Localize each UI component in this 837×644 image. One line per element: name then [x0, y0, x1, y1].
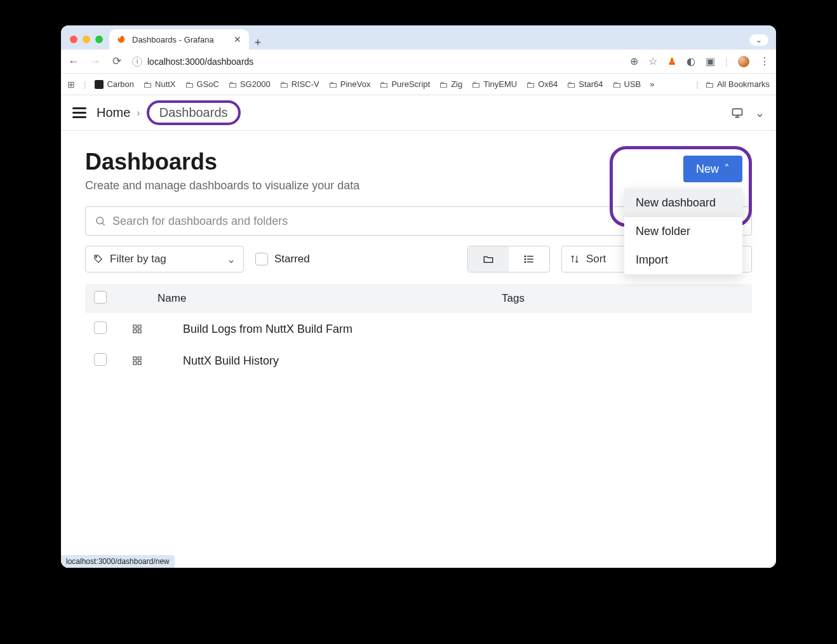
grafana-topbar: Home › Dashboards ⌄	[61, 95, 776, 131]
bookmark-tinyemu[interactable]: 🗀TinyEMU	[471, 79, 517, 90]
table-row[interactable]: Build Logs from NuttX Build Farm	[85, 313, 752, 345]
menu-new-folder[interactable]: New folder	[624, 217, 742, 246]
close-window-icon[interactable]	[70, 36, 77, 43]
url-text: localhost:3000/dashboards	[147, 57, 253, 67]
new-dropdown-menu: New dashboard New folder Import	[624, 189, 742, 217]
refresh-ext-icon[interactable]: ◐	[686, 55, 695, 67]
table-row[interactable]: NuttX Build History	[85, 345, 752, 377]
dashboard-name: NuttX Build History	[183, 354, 279, 368]
page-content: Home › Dashboards ⌄ Dashboards Create an…	[61, 95, 776, 568]
sort-label: Sort	[586, 253, 606, 265]
search-placeholder: Search for dashboards and folders	[112, 215, 288, 228]
bookmark-nuttx[interactable]: 🗀NuttX	[143, 79, 176, 90]
maximize-window-icon[interactable]	[95, 36, 103, 43]
svg-rect-12	[133, 325, 137, 328]
sort-icon	[570, 254, 580, 264]
chevron-right-icon: ›	[137, 107, 140, 119]
status-bar: localhost:3000/dashboard/new	[61, 555, 175, 568]
tab-title: Dashboards - Grafana	[132, 35, 214, 44]
apps-icon[interactable]: ⊞	[67, 79, 75, 90]
browser-tab[interactable]: Dashboards - Grafana ✕	[109, 29, 249, 50]
svg-rect-13	[138, 325, 141, 328]
reload-icon[interactable]: ⟳	[110, 55, 123, 68]
menu-hamburger-icon[interactable]	[72, 107, 86, 118]
folder-view-button[interactable]	[468, 246, 509, 272]
kiosk-icon[interactable]	[731, 107, 744, 119]
svg-rect-19	[138, 361, 141, 365]
extension-icon[interactable]: ♟	[667, 55, 676, 67]
bookmark-sg2000[interactable]: 🗀SG2000	[228, 79, 271, 90]
back-icon[interactable]: ←	[67, 55, 80, 68]
breadcrumb-current[interactable]: Dashboards	[147, 100, 241, 125]
table-header: Name Tags	[85, 284, 752, 313]
svg-rect-18	[133, 361, 137, 365]
svg-point-11	[525, 262, 526, 263]
svg-rect-0	[733, 109, 742, 115]
profile-avatar-icon[interactable]	[738, 56, 749, 67]
all-bookmarks[interactable]: 🗀All Bookmarks	[705, 79, 770, 90]
bookmark-star64[interactable]: 🗀Star64	[566, 79, 603, 90]
dashboard-icon	[132, 324, 142, 334]
list-view-button[interactable]	[509, 246, 549, 272]
select-all-checkbox[interactable]	[94, 291, 107, 304]
breadcrumb: Home › Dashboards	[97, 100, 241, 125]
svg-point-10	[525, 258, 526, 260]
new-button-label: New	[696, 163, 719, 176]
menu-import[interactable]: Import	[624, 246, 742, 274]
browser-window: Dashboards - Grafana ✕ + ⌄ ← → ⟳ i local…	[61, 25, 776, 568]
bookmarks-overflow[interactable]: »	[650, 79, 654, 89]
svg-line-4	[102, 223, 105, 225]
bookmark-pinevox[interactable]: 🗀PineVox	[328, 79, 371, 90]
tag-icon	[93, 254, 104, 264]
view-toggle	[467, 246, 550, 272]
minimize-window-icon[interactable]	[83, 36, 90, 43]
bookmark-gsoc[interactable]: 🗀GSoC	[185, 79, 219, 90]
url-input[interactable]: i localhost:3000/dashboards	[132, 57, 616, 67]
bookmark-carbon[interactable]: Carbon	[95, 79, 134, 89]
new-button-highlight: New ˄ New dashboard New folder Import	[610, 146, 752, 227]
menu-dots-icon[interactable]: ⋮	[760, 55, 770, 67]
dashboard-icon	[132, 356, 142, 366]
zoom-icon[interactable]: ⊕	[630, 55, 638, 67]
dashboard-name: Build Logs from NuttX Build Farm	[183, 323, 352, 336]
bookmark-usb[interactable]: 🗀USB	[612, 79, 641, 90]
svg-point-9	[525, 256, 526, 257]
svg-rect-14	[133, 330, 137, 333]
starred-filter[interactable]: Starred	[255, 253, 310, 265]
new-button[interactable]: New ˄	[683, 156, 742, 182]
new-tab-button[interactable]: +	[249, 36, 267, 50]
bookmark-riscv[interactable]: 🗀RISC-V	[279, 79, 319, 90]
bookmarks-bar: ⊞ | Carbon 🗀NuttX 🗀GSoC 🗀SG2000 🗀RISC-V …	[61, 74, 776, 95]
extensions-icon[interactable]: ▣	[706, 55, 715, 67]
svg-rect-15	[138, 330, 141, 333]
forward-icon[interactable]: →	[89, 55, 102, 68]
breadcrumb-home[interactable]: Home	[97, 105, 130, 120]
tabs-dropdown-icon[interactable]: ⌄	[749, 34, 768, 46]
browser-tabbar: Dashboards - Grafana ✕ + ⌄	[61, 25, 776, 50]
row-checkbox[interactable]	[94, 353, 107, 366]
bookmark-zig[interactable]: 🗀Zig	[439, 79, 462, 90]
chevron-down-icon[interactable]: ⌄	[755, 106, 765, 120]
svg-rect-17	[138, 357, 141, 360]
filter-tag-label: Filter by tag	[110, 253, 166, 265]
column-name[interactable]: Name	[132, 292, 502, 305]
bookmark-purescript[interactable]: 🗀PureScript	[379, 79, 430, 90]
svg-rect-16	[133, 357, 137, 360]
menu-new-dashboard[interactable]: New dashboard	[624, 189, 742, 217]
bookmark-ox64[interactable]: 🗀Ox64	[526, 79, 558, 90]
starred-label: Starred	[274, 253, 310, 265]
chevron-down-icon: ⌄	[227, 253, 236, 266]
close-tab-icon[interactable]: ✕	[234, 34, 241, 44]
browser-address-bar: ← → ⟳ i localhost:3000/dashboards ⊕ ☆ ♟ …	[61, 50, 776, 74]
svg-point-3	[97, 217, 104, 224]
page-body: Dashboards Create and manage dashboards …	[61, 131, 776, 394]
grafana-favicon-icon	[117, 34, 127, 44]
bookmark-star-icon[interactable]: ☆	[648, 55, 657, 67]
search-icon	[95, 215, 106, 227]
starred-checkbox[interactable]	[255, 253, 268, 265]
window-controls	[70, 36, 103, 43]
filter-by-tag[interactable]: Filter by tag ⌄	[85, 246, 244, 272]
site-info-icon[interactable]: i	[132, 57, 142, 67]
row-checkbox[interactable]	[94, 321, 107, 334]
column-tags[interactable]: Tags	[502, 292, 743, 305]
